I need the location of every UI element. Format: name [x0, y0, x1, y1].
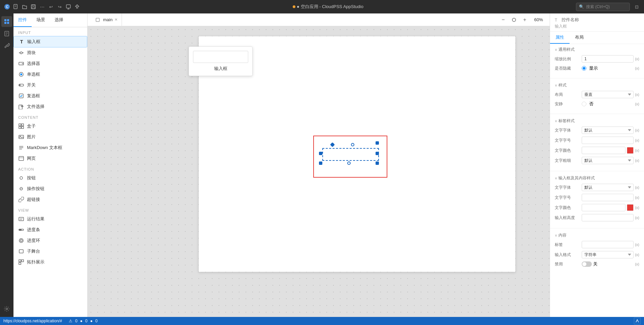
comp-expand[interactable]: 拓扑展示 — [13, 257, 87, 267]
prop-row-layout: 布局 垂直 水平 (x) — [555, 91, 639, 98]
handle-br[interactable] — [376, 161, 379, 165]
svg-point-19 — [6, 308, 8, 310]
svg-rect-12 — [7, 19, 9, 21]
tab-scenes[interactable]: 场景 — [32, 13, 50, 27]
icon-bar-tools[interactable] — [1, 40, 12, 51]
input-box-icon: T — [19, 39, 25, 45]
comp-webpage[interactable]: 网页 — [13, 153, 87, 164]
icon-bar-components[interactable] — [1, 16, 12, 27]
input-size-input[interactable] — [582, 194, 634, 201]
comp-radio[interactable]: 单选框 — [13, 69, 87, 80]
undo-icon[interactable]: ↩ — [48, 4, 54, 10]
comp-box[interactable]: 盒子 — [13, 121, 87, 132]
zoom-fit-btn[interactable] — [510, 16, 518, 24]
handle-tl[interactable] — [330, 142, 335, 147]
radio-quiet-no[interactable] — [582, 102, 586, 106]
section-input-label: INPUT — [13, 27, 87, 36]
handle-mr[interactable] — [376, 152, 379, 155]
radio-display[interactable] — [582, 66, 586, 71]
comp-hyperlink[interactable]: 超链接 — [13, 194, 87, 205]
tab-select[interactable]: 选择 — [50, 13, 68, 27]
comp-file[interactable]: 文件选择 — [13, 101, 87, 112]
more-actions-icon[interactable]: ⋯ — [39, 4, 45, 10]
scale-input[interactable] — [582, 55, 634, 63]
label-color-x-btn[interactable]: (x) — [635, 148, 639, 152]
input-height-input[interactable] — [582, 214, 634, 221]
right-panel-component-name: T 控件名称 — [555, 17, 639, 23]
section-label-style: 标签样式 文字字体 默认 (x) 文字字号 (x) 文字颜色 — [550, 115, 644, 170]
label-weight-x-btn[interactable]: (x) — [635, 158, 639, 162]
label-font-x-btn[interactable]: (x) — [635, 128, 639, 132]
handle-bl[interactable] — [319, 161, 322, 165]
comp-run-result-label: 运行结果 — [27, 216, 44, 222]
input-color-swatch[interactable] — [627, 204, 634, 211]
disabled-x-btn[interactable]: (x) — [635, 262, 639, 266]
save-icon[interactable] — [30, 4, 36, 10]
comp-progress-bar[interactable]: 进度条 — [13, 224, 87, 235]
comp-selector[interactable]: 选择器 — [13, 58, 87, 69]
canvas-toolbar: main ✕ − + 60% — [88, 13, 550, 26]
comp-run-result[interactable]: 运行结果 — [13, 214, 87, 224]
label-size-input[interactable] — [582, 137, 634, 144]
handle-bm[interactable] — [347, 161, 351, 165]
label-weight-select[interactable]: 默认 — [582, 157, 634, 164]
hidden-x-btn[interactable]: (x) — [635, 66, 639, 70]
handle-tm[interactable] — [351, 143, 354, 146]
new-file-icon[interactable] — [13, 4, 19, 10]
comp-markdown[interactable]: MarkDown 文本框 — [13, 142, 87, 153]
comp-progress-bar-label: 进度条 — [27, 227, 40, 233]
zoom-out-btn[interactable]: − — [499, 16, 507, 24]
section-input-style: 输入框及其内容样式 文字字体 默认 (x) 文字字号 (x) 文字颜色 — [550, 173, 644, 227]
label-color-input[interactable] — [582, 147, 625, 154]
comp-checkbox[interactable]: 复选框 — [13, 91, 87, 101]
layout-select[interactable]: 垂直 水平 — [582, 91, 634, 98]
input-font-select[interactable]: 默认 — [582, 184, 634, 191]
canvas-content[interactable]: 输入框 — [88, 26, 550, 317]
tag-input[interactable] — [582, 241, 634, 248]
label-color-swatch[interactable] — [627, 147, 634, 154]
comp-toggle[interactable]: 开关 — [13, 80, 87, 91]
tag-x-btn[interactable]: (x) — [635, 243, 639, 247]
icon-bar-settings[interactable] — [1, 303, 12, 314]
open-file-icon[interactable] — [22, 4, 28, 10]
quiet-x-btn[interactable]: (x) — [635, 102, 639, 106]
publish-icon[interactable] — [74, 4, 80, 10]
handle-tr[interactable] — [376, 141, 379, 145]
search-bar[interactable]: 🔍 搜索 (Ctrl+Q) — [576, 3, 630, 11]
input-size-x-btn[interactable]: (x) — [635, 195, 639, 200]
zoom-in-btn[interactable]: + — [521, 16, 529, 24]
comp-input-box[interactable]: T 输入框 — [13, 36, 87, 47]
label-size-x-btn[interactable]: (x) — [635, 138, 639, 142]
preview-icon[interactable] — [65, 4, 71, 10]
right-tab-layout[interactable]: 布局 — [570, 32, 589, 44]
canvas-tab-main[interactable]: main ✕ — [92, 13, 122, 26]
input-color-input[interactable] — [582, 204, 625, 211]
format-x-btn[interactable]: (x) — [635, 253, 639, 257]
comp-image[interactable]: 图片 — [13, 132, 87, 142]
right-tab-props[interactable]: 属性 — [550, 32, 570, 44]
handle-ml[interactable] — [319, 152, 322, 155]
comp-sub-stage[interactable]: 子舞台 — [13, 246, 87, 257]
redo-icon[interactable]: ↪ — [57, 4, 63, 10]
svg-rect-31 — [19, 127, 21, 129]
input-font-x-btn[interactable]: (x) — [635, 185, 639, 189]
input-height-x-btn[interactable]: (x) — [635, 216, 639, 220]
title-bar-center: ● 空白应用 - CloudPSS AppStudio — [293, 4, 363, 10]
canvas-page[interactable]: 输入框 — [199, 36, 515, 272]
icon-bar-pages[interactable] — [1, 28, 12, 39]
comp-button[interactable]: 按钮 — [13, 173, 87, 183]
layout-x-btn[interactable]: (x) — [635, 93, 639, 97]
disabled-toggle[interactable] — [582, 261, 592, 267]
comp-progress-ring[interactable]: 进度环 — [13, 235, 87, 246]
window-resize-icon[interactable]: ⊡ — [634, 4, 640, 10]
label-font-select[interactable]: 默认 — [582, 127, 634, 134]
svg-rect-30 — [22, 124, 24, 126]
scale-x-btn[interactable]: (x) — [635, 57, 639, 61]
comp-opbutton[interactable]: 操作按钮 — [13, 183, 87, 194]
prop-row-input-color: 文字颜色 (x) — [555, 204, 639, 211]
tab-close-icon[interactable]: ✕ — [115, 17, 118, 22]
comp-slider[interactable]: 滑块 — [13, 47, 87, 58]
format-select[interactable]: 字符串 数字 — [582, 251, 634, 258]
input-color-x-btn[interactable]: (x) — [635, 206, 639, 210]
tab-controls[interactable]: 控件 — [13, 13, 32, 27]
